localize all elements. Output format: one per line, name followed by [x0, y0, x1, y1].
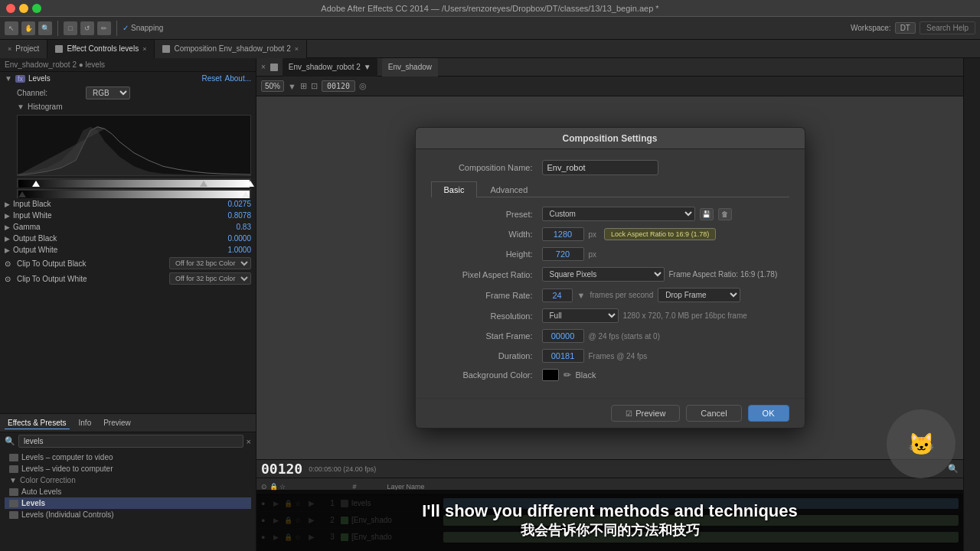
- width-input[interactable]: [542, 227, 584, 241]
- preview-button[interactable]: ☑ Preview: [611, 405, 680, 422]
- ep-tab-info[interactable]: Info: [76, 417, 95, 429]
- close-button[interactable]: [6, 4, 15, 13]
- tab-project[interactable]: × Project: [0, 40, 47, 58]
- output-white-value[interactable]: 1.0000: [213, 246, 251, 254]
- input-white-expand[interactable]: ▶: [5, 212, 10, 220]
- ep-item-label-4: Levels: [21, 499, 45, 507]
- resolution-dropdown[interactable]: Full Half Quarter: [542, 308, 619, 323]
- composition-tab-label: Composition Env_shadow_robot 2: [174, 44, 290, 53]
- drop-frame-select[interactable]: Drop Frame Non-Drop Frame: [658, 288, 740, 302]
- gamma-value[interactable]: 0.83: [213, 223, 251, 231]
- cancel-button[interactable]: Cancel: [686, 405, 741, 422]
- ep-tab-effects[interactable]: Effects & Presets: [5, 417, 70, 429]
- select-tool-icon[interactable]: ↖: [5, 21, 18, 35]
- midtone-marker[interactable]: [200, 181, 207, 187]
- clip-ob-dropdown[interactable]: Off for 32 bpc Color On: [169, 257, 251, 269]
- ep-item-levels-ctv[interactable]: Levels – computer to video: [5, 452, 251, 463]
- comp-tab-1[interactable]: Env_shadow_robot 2 ▼: [283, 58, 377, 77]
- output-slider-track: [18, 191, 250, 198]
- dialog-tab-basic[interactable]: Basic: [431, 181, 478, 197]
- comp-tab-2[interactable]: Env_shadow: [382, 58, 438, 77]
- preview-checkbox[interactable]: ☑: [626, 409, 632, 418]
- levels-collapse-arrow[interactable]: ▼: [5, 74, 12, 83]
- frame-rate-dropdown-arrow[interactable]: ▼: [577, 291, 586, 300]
- tab-composition[interactable]: Composition Env_shadow_robot 2 ×: [155, 40, 307, 58]
- cc-expand-arrow[interactable]: ▼: [9, 476, 17, 484]
- ep-item-levels-vtc[interactable]: Levels – video to computer: [5, 463, 251, 474]
- histogram-collapse-arrow[interactable]: ▼: [17, 103, 24, 111]
- search-help-label[interactable]: Search Help: [920, 21, 975, 34]
- lock-aspect-note[interactable]: Lock Aspect Ratio to 16:9 (1.78): [604, 228, 716, 240]
- project-tab-label: Project: [15, 44, 39, 53]
- frame-number[interactable]: 00120: [322, 80, 355, 92]
- histogram-slider[interactable]: [17, 178, 251, 187]
- bg-color-swatch[interactable]: [542, 369, 559, 381]
- duration-input[interactable]: [542, 349, 584, 363]
- viewer-icon-1[interactable]: ⊞: [300, 81, 307, 91]
- snapping-toggle[interactable]: ✓ Snapping: [122, 24, 163, 32]
- preset-save-icon[interactable]: 💾: [700, 208, 714, 220]
- tl-col-num: #: [353, 483, 357, 491]
- clip-ow-dropdown[interactable]: Off for 32 bpc Color On: [169, 272, 251, 285]
- height-row: Height: px: [431, 247, 789, 261]
- hand-tool-icon[interactable]: ✋: [21, 21, 35, 35]
- comp-panel-close[interactable]: ×: [261, 63, 266, 71]
- puppet-tool-icon[interactable]: ✏: [97, 21, 111, 35]
- preset-dropdown[interactable]: Custom HDTV 1080 24 HDTV 720 24: [542, 207, 695, 221]
- output-white-expand[interactable]: ▶: [5, 246, 10, 254]
- ep-item-levels-individual[interactable]: Levels (Individual Controls): [5, 509, 251, 520]
- ep-item-auto-levels[interactable]: Auto Levels: [5, 486, 251, 497]
- output-black-value[interactable]: 0.0000: [213, 234, 251, 243]
- white-point-marker[interactable]: [247, 181, 254, 187]
- viewer-icon-2[interactable]: ⊡: [311, 81, 318, 91]
- effect-controls-tab-close[interactable]: ×: [142, 45, 146, 53]
- input-black-expand[interactable]: ▶: [5, 201, 10, 208]
- pixel-aspect-dropdown[interactable]: Square Pixels D1/DV NTSC (0.91): [542, 267, 665, 282]
- frame-rate-row: Frame Rate: ▼ frames per second Drop Fra…: [431, 288, 789, 302]
- start-frame-input[interactable]: [542, 329, 584, 343]
- tab-effect-controls[interactable]: Effect Controls levels ×: [47, 40, 155, 58]
- output-white-row: ▶ Output White 1.0000: [0, 244, 256, 256]
- clear-search-icon[interactable]: ×: [247, 437, 251, 446]
- comp-tab-1-label: Env_shadow_robot 2: [289, 63, 361, 71]
- zoom-expand-arrow[interactable]: ▼: [288, 82, 296, 91]
- bg-color-name: Black: [576, 370, 596, 380]
- dialog-tab-advanced[interactable]: Advanced: [477, 181, 541, 197]
- gamma-expand[interactable]: ▶: [5, 223, 10, 231]
- about-button[interactable]: About...: [225, 74, 251, 83]
- effects-search-input[interactable]: [18, 435, 243, 448]
- channel-dropdown[interactable]: RGB Red Green Blue: [86, 86, 130, 99]
- zoom-level[interactable]: 50%: [261, 80, 284, 92]
- preset-label: Preset:: [431, 210, 542, 219]
- ep-list: Levels – computer to video Levels – vide…: [0, 450, 256, 522]
- output-white-marker[interactable]: [242, 191, 250, 197]
- breadcrumb: Env_shadow_robot 2 ● levels: [0, 58, 256, 72]
- main-toolbar: ↖ ✋ 🔍 □ ↺ ✏ ✓ Snapping Workspace: DT Sea…: [0, 17, 980, 40]
- input-black-value[interactable]: 0.0275: [213, 200, 251, 208]
- tl-duration-display: 0:00:05:00 (24.00 fps): [309, 465, 376, 473]
- zoom-tool-icon[interactable]: 🔍: [38, 21, 52, 35]
- comp-name-input[interactable]: [542, 160, 658, 175]
- maximize-button[interactable]: [32, 4, 41, 13]
- output-slider[interactable]: [17, 189, 251, 198]
- rotate-tool-icon[interactable]: ↺: [80, 21, 94, 35]
- height-input[interactable]: [542, 247, 584, 261]
- input-white-value[interactable]: 0.8078: [213, 211, 251, 220]
- eyedropper-icon[interactable]: ✏: [564, 370, 571, 380]
- camera-tool-icon[interactable]: □: [64, 21, 77, 35]
- output-black-marker[interactable]: [18, 191, 26, 197]
- workspace-selector[interactable]: Workspace: DT Search Help: [851, 21, 975, 34]
- minimize-button[interactable]: [19, 4, 28, 13]
- composition-tab-close[interactable]: ×: [295, 45, 299, 53]
- comp-tab-1-arrow[interactable]: ▼: [364, 63, 371, 71]
- ep-tab-preview[interactable]: Preview: [100, 417, 134, 429]
- black-point-marker[interactable]: [32, 181, 40, 187]
- preset-delete-icon[interactable]: 🗑: [718, 208, 732, 220]
- ep-item-levels[interactable]: Levels: [5, 497, 251, 509]
- ok-button[interactable]: OK: [748, 405, 789, 422]
- reset-button[interactable]: Reset: [201, 74, 221, 83]
- playhead-icon[interactable]: ◎: [359, 81, 367, 91]
- output-black-expand[interactable]: ▶: [5, 235, 10, 243]
- project-tab-close[interactable]: ×: [8, 45, 11, 53]
- frame-rate-input[interactable]: [542, 289, 573, 302]
